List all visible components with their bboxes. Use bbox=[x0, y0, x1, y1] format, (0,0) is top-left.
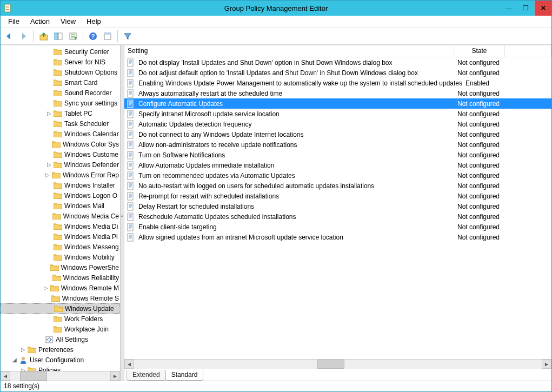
list-row[interactable]: Do not connect to any Windows Update Int… bbox=[124, 129, 551, 139]
list-row[interactable]: Enable client-side targetingNot configur… bbox=[124, 222, 551, 232]
column-spare[interactable] bbox=[505, 45, 551, 57]
list-row[interactable]: Delay Restart for scheduled installation… bbox=[124, 201, 551, 211]
scroll-left-icon[interactable]: ◄ bbox=[1, 371, 10, 381]
tree-item[interactable]: ◢User Configuration bbox=[1, 355, 120, 365]
expand-icon[interactable]: ▷ bbox=[46, 162, 52, 168]
tree-item[interactable]: Windows Media Ce bbox=[1, 211, 120, 221]
menu-help[interactable]: Help bbox=[81, 16, 107, 26]
folder-icon bbox=[54, 243, 62, 250]
maximize-button[interactable]: ❐ bbox=[517, 1, 534, 16]
column-setting[interactable]: Setting bbox=[124, 45, 454, 57]
list-row[interactable]: Automatic Updates detection frequencyNot… bbox=[124, 119, 551, 129]
menu-file[interactable]: File bbox=[3, 16, 25, 26]
tree-item[interactable]: Windows Remote S bbox=[1, 293, 120, 303]
expand-icon bbox=[46, 151, 52, 158]
svg-rect-3 bbox=[6, 9, 9, 10]
setting-state: Not configured bbox=[454, 121, 505, 128]
setting-state: Not configured bbox=[454, 90, 505, 97]
list-row[interactable]: Allow signed updates from an intranet Mi… bbox=[124, 232, 551, 242]
expand-icon bbox=[44, 141, 51, 148]
tree-item[interactable]: Windows Custome bbox=[1, 149, 120, 160]
back-button[interactable] bbox=[3, 30, 16, 43]
list-row[interactable]: Enabling Windows Update Power Management… bbox=[124, 78, 551, 88]
tree-view[interactable]: Security CenterServer for NISShutdown Op… bbox=[1, 45, 120, 371]
tree-item[interactable]: Windows Logon O bbox=[1, 190, 120, 201]
titlebar[interactable]: Group Policy Management Editor — ❐ ✕ bbox=[1, 1, 551, 16]
splitter[interactable] bbox=[121, 45, 124, 381]
tree-item[interactable]: Windows Installer bbox=[1, 180, 120, 190]
tree-item[interactable]: Smart Card bbox=[1, 77, 120, 88]
tree-item[interactable]: Windows Reliability bbox=[1, 273, 120, 283]
tree-item[interactable]: Work Folders bbox=[1, 314, 120, 324]
menu-view[interactable]: View bbox=[55, 16, 81, 26]
tree-item[interactable]: ▷Policies bbox=[1, 365, 120, 371]
up-button[interactable] bbox=[37, 30, 50, 43]
expand-icon[interactable]: ▷ bbox=[43, 285, 49, 291]
tab-standard[interactable]: Standard bbox=[165, 370, 204, 381]
list-row[interactable]: Specify intranet Microsoft update servic… bbox=[124, 109, 551, 119]
tree-item[interactable]: Windows Color Sys bbox=[1, 139, 120, 149]
tree-item[interactable]: Windows Update bbox=[1, 303, 120, 314]
minimize-button[interactable]: — bbox=[500, 1, 517, 16]
tree-item[interactable]: Shutdown Options bbox=[1, 67, 120, 77]
tree-item[interactable]: Windows Media Di bbox=[1, 221, 120, 231]
tab-extended[interactable]: Extended bbox=[127, 370, 166, 381]
tree-item[interactable]: ▷Tablet PC bbox=[1, 108, 120, 118]
expand-icon[interactable]: ▷ bbox=[46, 110, 52, 117]
export-button[interactable] bbox=[66, 30, 79, 43]
scroll-right-icon[interactable]: ► bbox=[110, 371, 120, 381]
properties-button[interactable] bbox=[101, 30, 114, 43]
tree-item[interactable]: Windows Mobility bbox=[1, 252, 120, 262]
tree-item[interactable]: Windows Mail bbox=[1, 201, 120, 211]
tree-item[interactable]: ▷Windows Defender bbox=[1, 160, 120, 170]
tree-item[interactable]: ▷Preferences bbox=[1, 344, 120, 355]
expand-icon[interactable]: ▷ bbox=[44, 172, 51, 178]
list-row[interactable]: Turn on Software NotificationsNot config… bbox=[124, 150, 551, 160]
list-row[interactable]: Turn on recommended updates via Automati… bbox=[124, 170, 551, 181]
scroll-right-icon[interactable]: ► bbox=[542, 360, 551, 369]
showhide-tree-button[interactable] bbox=[52, 30, 65, 43]
tree-item[interactable]: All Settings bbox=[1, 334, 120, 344]
close-button[interactable]: ✕ bbox=[534, 1, 551, 16]
list-view[interactable]: Do not display 'Install Updates and Shut… bbox=[124, 57, 551, 242]
tree-item[interactable]: Server for NIS bbox=[1, 57, 120, 67]
tree-item[interactable]: ▷Windows Error Rep bbox=[1, 170, 120, 180]
expand-icon[interactable]: ▷ bbox=[20, 347, 26, 353]
tree-item[interactable]: Workplace Join bbox=[1, 324, 120, 334]
list-row[interactable]: Do not display 'Install Updates and Shut… bbox=[124, 57, 551, 68]
list-hscroll[interactable]: ◄ ► bbox=[124, 359, 551, 369]
tree-item[interactable]: Windows Messeng bbox=[1, 242, 120, 252]
menubar: File Action View Help bbox=[1, 16, 551, 28]
setting-state: Not configured bbox=[454, 59, 505, 67]
filter-button[interactable] bbox=[121, 30, 134, 43]
list-row[interactable]: Re-prompt for restart with scheduled ins… bbox=[124, 191, 551, 201]
tree-item[interactable]: Security Center bbox=[1, 46, 120, 57]
tree-item[interactable]: Sync your settings bbox=[1, 98, 120, 108]
tree-item[interactable]: Task Scheduler bbox=[1, 118, 120, 129]
tree-item[interactable]: Windows Calendar bbox=[1, 129, 120, 139]
column-state[interactable]: State bbox=[454, 45, 505, 57]
tree-item[interactable]: Windows PowerShe bbox=[1, 262, 120, 273]
menu-action[interactable]: Action bbox=[25, 16, 55, 26]
tree-item[interactable]: Windows Media Pl bbox=[1, 231, 120, 242]
view-tabs: Extended Standard bbox=[124, 369, 551, 381]
hscroll-thumb[interactable] bbox=[20, 371, 47, 381]
tree-item[interactable]: Sound Recorder bbox=[1, 88, 120, 98]
list-row[interactable]: No auto-restart with logged on users for… bbox=[124, 181, 551, 191]
forward-button[interactable] bbox=[17, 30, 30, 43]
list-row[interactable]: Reschedule Automatic Updates scheduled i… bbox=[124, 211, 551, 222]
expand-icon[interactable]: ◢ bbox=[11, 357, 18, 363]
help-button[interactable]: ? bbox=[87, 30, 99, 43]
folder-icon bbox=[28, 346, 36, 353]
list-row[interactable]: Do not adjust default option to 'Install… bbox=[124, 68, 551, 78]
folder-icon bbox=[54, 79, 62, 86]
tree-hscroll[interactable]: ◄ ► bbox=[1, 371, 120, 381]
list-row[interactable]: Configure Automatic UpdatesNot configure… bbox=[124, 98, 551, 109]
tree-item[interactable]: ▷Windows Remote M bbox=[1, 283, 120, 293]
scroll-left-icon[interactable]: ◄ bbox=[124, 360, 134, 369]
expand-icon[interactable]: ▷ bbox=[20, 367, 26, 371]
list-row[interactable]: Allow Automatic Updates immediate instal… bbox=[124, 160, 551, 170]
hscroll-thumb[interactable] bbox=[317, 360, 344, 369]
list-row[interactable]: Always automatically restart at the sche… bbox=[124, 88, 551, 98]
list-row[interactable]: Allow non-administrators to receive upda… bbox=[124, 139, 551, 150]
